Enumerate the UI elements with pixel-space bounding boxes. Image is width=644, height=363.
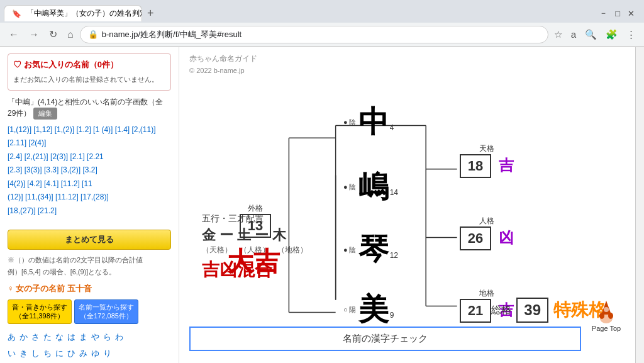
sidebar: ♡ お気に入りの名前（0件） まだお気に入りの名前は登録されていません。 「中嶋… — [0, 47, 179, 363]
given-char2-indicator: ○ — [343, 306, 348, 313]
stroke-link[interactable]: [11.12] — [55, 193, 80, 201]
stroke-link[interactable]: [1,(12)] — [8, 125, 33, 134]
stroke-link[interactable]: [11,(34)] — [25, 193, 55, 201]
stroke-link[interactable]: [3.2] — [82, 165, 97, 174]
fortune-diagram: ● 陰 中 4 ● 陰 嶋 14 ● 陰 琴 12 ○ 陽 — [189, 74, 625, 351]
given-char2-block: ○ 陽 美 9 — [343, 294, 394, 325]
stroke-link[interactable]: [3.3] — [44, 165, 61, 174]
tenkaku-block: 天格 18 吉 — [460, 143, 514, 178]
stroke-link[interactable]: [2.3] — [8, 165, 25, 174]
name-search-by-sound-button[interactable]: 音・昔きから探す （全11,398件） — [8, 299, 72, 324]
hiragana-ya[interactable]: や — [91, 329, 99, 345]
stroke-link[interactable]: (12)] — [8, 193, 25, 201]
address-bar[interactable]: 🔒 b-name.jp/姓名判断/f/中嶋_琴美#result — [80, 26, 548, 43]
tenkaku-box: 18 — [460, 154, 491, 178]
hiragana-ha[interactable]: は — [67, 329, 75, 345]
hiragana-na[interactable]: な — [55, 329, 64, 345]
scrollbar[interactable] — [635, 47, 644, 363]
close-button[interactable]: ✕ — [625, 8, 638, 19]
favorites-empty-text: まだお気に入りの名前は登録されていません。 — [13, 74, 165, 85]
stroke-link[interactable]: [1.2] — [76, 125, 93, 134]
stroke-link[interactable]: [2.21 — [87, 152, 104, 161]
stroke-link[interactable]: [1.4] — [115, 125, 132, 134]
hiragana-sa[interactable]: さ — [31, 329, 40, 345]
surname-char2-block: ● 陰 嶋 14 — [343, 172, 398, 202]
stroke-link[interactable]: [1,(2)] — [55, 125, 77, 134]
back-button[interactable]: ← — [5, 28, 23, 42]
active-tab[interactable]: 🔖 「中嶋琴美」（女の子）の姓名判定 ✕ — [4, 5, 142, 21]
hiragana-ta[interactable]: た — [43, 329, 52, 345]
matome-button[interactable]: まとめて見る — [8, 230, 171, 250]
stroke-link[interactable]: [3(3)] — [25, 165, 44, 174]
stroke-link[interactable]: [21.2] — [38, 206, 57, 215]
copyright-text: © 2022 b-name.jp — [189, 67, 625, 74]
stroke-link[interactable]: [2.11] — [8, 138, 28, 147]
stroke-link[interactable]: [18,(27)] — [8, 206, 38, 215]
girls-section-title: ♀ 女の子の名前 五十音 — [8, 283, 171, 294]
edit-button[interactable]: 編集 — [33, 108, 57, 120]
amazon-icon[interactable]: a — [568, 28, 579, 42]
surname-char2-strokes: 14 — [390, 188, 398, 197]
kanji-check-bar[interactable]: 名前の漢字チェック — [189, 327, 581, 351]
given-char1-yin: 陰 — [349, 245, 356, 255]
hiragana-ma[interactable]: ま — [79, 329, 87, 345]
note-text: ※（）の数値は名前の2文字目以降の合計値 — [8, 255, 171, 265]
search-icon[interactable]: 🔍 — [582, 28, 600, 42]
lock-icon: 🔒 — [88, 30, 98, 39]
stroke-link[interactable]: [4(2)] — [8, 179, 27, 188]
home-button[interactable]: ⌂ — [64, 28, 77, 42]
refresh-button[interactable]: ↻ — [45, 27, 61, 42]
surname-char2-yin: 陰 — [349, 182, 356, 192]
stroke-link[interactable]: [11 — [82, 179, 92, 188]
surname-char1-block: ● 陰 中 4 — [343, 107, 394, 137]
bookmark-icon[interactable]: ☆ — [551, 28, 565, 42]
hiragana-chi[interactable]: ち — [43, 345, 52, 362]
tenkaku-number: 18 — [468, 158, 483, 174]
minimize-button[interactable]: － — [596, 7, 611, 20]
hiragana-shi[interactable]: し — [31, 345, 40, 362]
stroke-link[interactable]: [2,(11)] — [131, 125, 155, 134]
hiragana-ni[interactable]: に — [55, 345, 64, 362]
forward-button[interactable]: → — [25, 28, 43, 42]
stroke-link[interactable]: [4.2] — [27, 179, 44, 188]
gaikaku-label: 外格 — [240, 203, 271, 214]
hiragana-i[interactable]: い — [8, 345, 16, 362]
hiragana-wa[interactable]: わ — [115, 329, 123, 345]
soukaku-number: 39 — [524, 301, 541, 318]
stroke-link[interactable]: [2.1] — [70, 152, 87, 161]
hiragana-ri[interactable]: り — [103, 345, 111, 362]
tenkaku-label: 天格 — [460, 143, 514, 154]
rocket-icon — [594, 299, 619, 325]
chikaku-number: 21 — [468, 303, 483, 318]
stroke-link[interactable]: [1 — [93, 125, 99, 134]
stroke-link[interactable]: [2(4)] — [28, 138, 46, 147]
maximize-button[interactable]: □ — [612, 8, 623, 19]
browser-chrome: 🔖 「中嶋琴美」（女の子）の姓名判定 ✕ + － □ ✕ ← → ↻ ⌂ 🔒 b… — [0, 0, 644, 47]
stroke-link[interactable]: [2(3)] — [50, 152, 70, 161]
name-search-by-list-button[interactable]: 名前一覧から探す （全172,085件） — [74, 299, 138, 324]
stroke-link[interactable]: [3,(2)] — [61, 165, 83, 174]
given-char1-kanji: 琴 — [358, 235, 389, 265]
stroke-link[interactable]: [17,(28)] — [80, 193, 109, 201]
stroke-link[interactable]: [2,(21)] — [25, 152, 50, 161]
jinkaku-result: 凶 — [499, 229, 514, 246]
name-search-buttons: 音・昔きから探す （全11,398件） 名前一覧から探す （全172,085件） — [8, 299, 171, 324]
hiragana-a[interactable]: あ — [8, 329, 16, 345]
hiragana-hi[interactable]: ひ — [67, 345, 75, 362]
stroke-link[interactable]: (4)] — [101, 125, 114, 134]
menu-icon[interactable]: ⋮ — [623, 28, 639, 42]
extension-icon[interactable]: 🧩 — [602, 28, 621, 42]
stroke-link[interactable]: [1,12] — [33, 125, 54, 134]
stroke-link[interactable]: [4.1] — [44, 179, 61, 188]
hiragana-row-1: あ か さ た な は ま や ら わ — [8, 329, 171, 345]
stroke-link[interactable]: [2.4] — [8, 152, 25, 161]
new-tab-button[interactable]: + — [142, 7, 159, 20]
hiragana-yu[interactable]: ゆ — [91, 345, 99, 362]
hiragana-mi[interactable]: み — [79, 345, 87, 362]
page-top-button[interactable]: Page Top — [587, 299, 625, 332]
hiragana-ki[interactable]: き — [19, 345, 28, 362]
stroke-link[interactable]: [11.2] — [61, 179, 82, 188]
hiragana-ka[interactable]: か — [19, 329, 28, 345]
surname-char1-strokes: 4 — [390, 123, 394, 132]
hiragana-ra[interactable]: ら — [103, 329, 111, 345]
